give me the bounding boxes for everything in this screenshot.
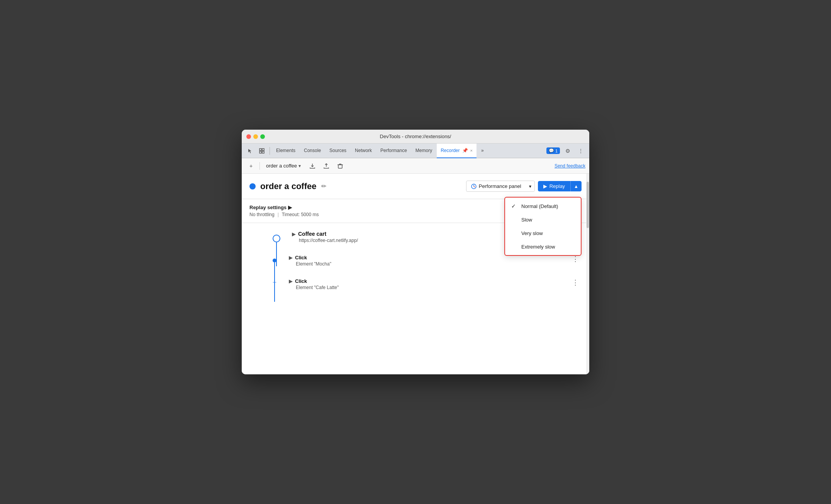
svg-rect-3 xyxy=(262,151,264,153)
step2-title: Click xyxy=(295,255,307,260)
chevron-down-icon: ▾ xyxy=(298,163,301,169)
step3-timeline xyxy=(273,282,276,302)
export-button[interactable] xyxy=(307,161,318,171)
svg-rect-1 xyxy=(262,149,264,151)
tab-recorder[interactable]: Recorder 📌 × xyxy=(437,144,477,158)
tab-right-icons: 💬 1 ⚙ ⋮ xyxy=(546,145,586,156)
recording-selector[interactable]: order a coffee ▾ xyxy=(263,162,304,169)
recorder-toolbar: + order a coffee ▾ Send feedback xyxy=(242,158,589,174)
step3-content: ▶ Click Element "Cafe Latte" xyxy=(289,278,570,290)
performance-panel-button[interactable]: Performance panel xyxy=(466,181,526,192)
step2-row: ▶ Click Element "Mocha" ⋮ xyxy=(280,255,582,267)
dropdown-item-very-slow[interactable]: Very slow xyxy=(505,227,581,240)
chat-badge[interactable]: 💬 1 xyxy=(546,147,560,154)
maximize-button[interactable] xyxy=(260,134,265,139)
tab-more[interactable]: » xyxy=(477,144,488,158)
step2-content: ▶ Click Element "Mocha" xyxy=(289,255,570,267)
step1-circle xyxy=(273,235,280,242)
replay-speed-dropdown: ✓ Normal (Default) Slow Very slow Extrem… xyxy=(504,197,582,256)
tab-performance[interactable]: Performance xyxy=(376,144,411,158)
step2-spacer xyxy=(280,267,582,278)
step3-row: ▶ Click Element "Cafe Latte" ⋮ xyxy=(280,278,582,290)
replay-play-icon: ▶ xyxy=(543,183,547,189)
settings-icon-button[interactable]: ⚙ xyxy=(562,145,573,156)
delete-recording-button[interactable] xyxy=(335,161,346,171)
more-options-icon-button[interactable]: ⋮ xyxy=(575,145,586,156)
replay-button[interactable]: ▶ Replay xyxy=(538,181,570,191)
replay-group: ▶ Replay ▲ xyxy=(538,181,582,191)
replay-dropdown-button[interactable]: ▲ xyxy=(570,181,582,191)
perf-panel-dropdown-button[interactable]: ▾ xyxy=(526,181,535,192)
tab-network[interactable]: Network xyxy=(351,144,376,158)
close-button[interactable] xyxy=(246,134,251,139)
dropdown-item-normal[interactable]: ✓ Normal (Default) xyxy=(505,199,581,213)
send-feedback-link[interactable]: Send feedback xyxy=(555,163,585,169)
add-recording-button[interactable]: + xyxy=(246,161,256,171)
step1-title: Coffee cart xyxy=(298,231,326,237)
window-title: DevTools - chrome://extensions/ xyxy=(380,134,451,139)
step1-expand-icon[interactable]: ▶ xyxy=(292,231,296,237)
import-button[interactable] xyxy=(321,161,332,171)
step-click-cafelatte: ▶ Click Element "Cafe Latte" ⋮ xyxy=(242,278,589,290)
tab-elements[interactable]: Elements xyxy=(272,144,299,158)
recording-header: order a coffee ✏ Performance panel ▾ ▶ xyxy=(242,174,589,199)
devtools-tab-bar: Elements Console Sources Network Perform… xyxy=(242,144,589,158)
step2-expand-icon[interactable]: ▶ xyxy=(289,255,293,260)
step3-subtitle: Element "Cafe Latte" xyxy=(296,285,570,290)
svg-rect-4 xyxy=(338,165,342,168)
inspect-icon-button[interactable] xyxy=(256,145,267,156)
svg-rect-0 xyxy=(259,149,261,151)
pin-icon: 📌 xyxy=(462,148,468,153)
perf-panel-group: Performance panel ▾ xyxy=(466,181,535,192)
devtools-window: DevTools - chrome://extensions/ Elements… xyxy=(242,130,589,374)
tab-divider xyxy=(270,147,270,155)
toolbar-divider xyxy=(259,162,260,170)
header-right-actions: Performance panel ▾ ▶ Replay ▲ xyxy=(466,181,582,192)
minimize-button[interactable] xyxy=(253,134,258,139)
step2-dot xyxy=(273,259,276,262)
scrollbar-thumb[interactable] xyxy=(587,182,589,228)
step3-dot xyxy=(273,282,276,282)
recording-title: order a coffee xyxy=(260,181,317,191)
tab-sources[interactable]: Sources xyxy=(326,144,350,158)
edit-recording-icon[interactable]: ✏ xyxy=(321,183,326,190)
tab-console[interactable]: Console xyxy=(300,144,325,158)
step2-subtitle: Element "Mocha" xyxy=(296,261,570,267)
traffic-lights xyxy=(246,134,265,139)
step3-more-button[interactable]: ⋮ xyxy=(570,278,582,287)
step3-line xyxy=(274,282,275,302)
main-content: order a coffee ✏ Performance panel ▾ ▶ xyxy=(242,174,589,374)
step-click-mocha: ▶ Click Element "Mocha" ⋮ xyxy=(242,255,589,278)
dropdown-item-slow[interactable]: Slow xyxy=(505,213,581,227)
title-bar: DevTools - chrome://extensions/ xyxy=(242,130,589,144)
scrollbar-track xyxy=(586,174,589,374)
checkmark-icon: ✓ xyxy=(511,203,517,209)
svg-rect-2 xyxy=(259,151,261,153)
settings-divider: | xyxy=(278,212,279,217)
step3-header[interactable]: ▶ Click xyxy=(289,278,570,284)
tab-memory[interactable]: Memory xyxy=(412,144,436,158)
cursor-icon-button[interactable] xyxy=(245,145,256,156)
step2-more-button[interactable]: ⋮ xyxy=(570,255,582,263)
close-tab-icon[interactable]: × xyxy=(470,148,473,153)
dropdown-item-extremely-slow[interactable]: Extremely slow xyxy=(505,240,581,254)
recording-status-dot xyxy=(249,183,256,189)
step3-expand-icon[interactable]: ▶ xyxy=(289,278,293,284)
step3-title: Click xyxy=(295,278,307,284)
